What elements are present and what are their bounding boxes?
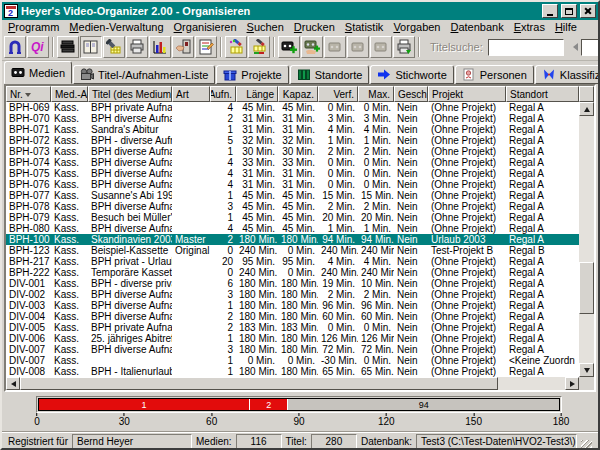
table-row-bph-079[interactable]: BPH-079Kass.Besuch bei Müller's 1997145 … (6, 212, 579, 223)
menu-datenbank[interactable]: Datenbank (445, 21, 508, 33)
edit-medium-button[interactable] (225, 36, 247, 58)
search-button[interactable] (103, 36, 125, 58)
column-header-verf[interactable]: Verf. (318, 86, 358, 102)
exit-program-button[interactable] (4, 36, 26, 58)
table-row-bph-123[interactable]: BPH-123Kass.Beispiel-KassetteOriginal024… (6, 245, 579, 256)
cell-aufn: 3 (210, 289, 236, 300)
column-header-art[interactable]: Art (172, 86, 210, 102)
tab-standorte[interactable]: Standorte (290, 65, 370, 84)
vertical-scrollbar[interactable] (579, 102, 594, 377)
table-row-bph-080[interactable]: BPH-080Kass.BPH diverse Aufnahme...445 M… (6, 223, 579, 234)
column-header-titel-des-mediums[interactable]: Titel (des Mediums) (88, 86, 172, 102)
menu-extras[interactable]: Extras (509, 21, 550, 33)
table-row-div-007[interactable]: DIV-007Kass.10 Min.0 Min.-30 Min.0 Min.N… (6, 355, 579, 366)
horizontal-scrollbar[interactable] (6, 377, 579, 390)
cell-nr: BPH-123 (6, 245, 51, 256)
toolbar-separator (273, 37, 275, 57)
organize-button[interactable] (80, 36, 102, 58)
cell-länge: 180 Min. (236, 278, 278, 289)
cell-länge: 33 Min. (236, 157, 278, 168)
minimize-icon (547, 14, 553, 16)
capacity-widget: 1294 0306090120150180 (36, 396, 562, 428)
table-row-bph-222[interactable]: BPH-222Kass.Temporäre Kassette - ...0240… (6, 267, 579, 278)
horizontal-scroll-thumb[interactable] (20, 377, 498, 390)
tab-titel-aufnahmen-liste[interactable]: Titel-/Aufnahmen-Liste (73, 65, 215, 84)
table-row-div-006[interactable]: DIV-006Kass.25. jähriges Abitreffen i...… (6, 333, 579, 344)
scroll-up-button[interactable] (579, 102, 594, 116)
table-row-div-002[interactable]: DIV-002Kass.BPH diverse Aufnahme...3180 … (6, 289, 579, 300)
titelsuche-input[interactable] (488, 39, 564, 56)
column-header-nr[interactable]: Nr. (6, 86, 51, 102)
title-bar[interactable]: 2 Heyer's Video-Organizer 2.00 - Organis… (2, 2, 598, 20)
tab-projekte[interactable]: Projekte (216, 65, 288, 84)
table-row-bph-077[interactable]: BPH-077Kass.Susanne's Abi 1996145 Min.45… (6, 190, 579, 201)
cell-gesch: Nein (394, 289, 428, 300)
resize-grip[interactable] (581, 440, 592, 450)
table-row-bph-074[interactable]: BPH-074Kass.BPH diverse Aufnahme...433 M… (6, 157, 579, 168)
menu-suchen[interactable]: Suchen (242, 21, 289, 33)
spinner-left-icon[interactable] (573, 43, 578, 51)
column-header-aufn[interactable]: Aufn. (210, 86, 236, 102)
cell-titel-des-mediums: BPH - diverse private A... (88, 278, 172, 289)
table-row-div-005[interactable]: DIV-005Kass.BPH private Aufnahme...2183 … (6, 322, 579, 333)
tab-stichworte[interactable]: Stichworte (370, 65, 453, 84)
cell-aufn: 6 (210, 278, 236, 289)
quick-info-button[interactable]: Qi (27, 36, 49, 58)
column-header-gesch[interactable]: Gesch... (394, 86, 428, 102)
scroll-left-button[interactable] (6, 377, 20, 390)
table-row-div-004[interactable]: DIV-004Kass.BPH diverse Aufnahme...2180 … (6, 311, 579, 322)
vertical-scroll-thumb[interactable] (579, 262, 594, 314)
column-header-med-art[interactable]: Med.-Art (51, 86, 88, 102)
scroll-down-button[interactable] (579, 363, 594, 377)
cell-max: 10 Min. (358, 278, 394, 289)
spinner-input[interactable] (581, 39, 600, 56)
table-row-bph-078[interactable]: BPH-078Kass.BPH diverse Aufnahme...345 M… (6, 201, 579, 212)
new-medium-button[interactable] (278, 36, 300, 58)
menu-statistik[interactable]: Statistik (340, 21, 389, 33)
table-row-bph-069[interactable]: BPH-069Kass.BPH private Aufnahme...445 M… (6, 102, 579, 113)
table-row-bph-070[interactable]: BPH-070Kass.BPH diverse Aufnahme...231 M… (6, 113, 579, 124)
table-row-bph-073[interactable]: BPH-073Kass.BPH diverse Aufnahme...130 M… (6, 146, 579, 157)
table-row-div-008[interactable]: DIV-008Kass.BPH - Italienurlaub am ...11… (6, 366, 579, 377)
scroll-right-button[interactable] (565, 377, 579, 390)
cell-aufn: 4 (210, 223, 236, 234)
minimize-button[interactable] (542, 4, 558, 18)
defaults-button[interactable] (172, 36, 194, 58)
maximize-button[interactable] (561, 4, 577, 18)
cell-standort: Regal A (506, 146, 579, 157)
menu-programm[interactable]: Programm (3, 21, 64, 33)
table-row-bph-072[interactable]: BPH-072Kass.BPH - diverse Aufnahm...532 … (6, 135, 579, 146)
column-header-projekt[interactable]: Projekt (428, 86, 506, 102)
print-list-button[interactable] (393, 36, 415, 58)
table-row-bph-075[interactable]: BPH-075Kass.BPH diverse Aufnahme...431 M… (6, 168, 579, 179)
print-button[interactable] (126, 36, 148, 58)
tab-personen[interactable]: Personen (455, 65, 534, 84)
menu-medien-verwaltung[interactable]: Medien-Verwaltung (64, 21, 168, 33)
menu-hilfe[interactable]: Hilfe (550, 21, 582, 33)
menu-organisieren[interactable]: Organisieren (169, 21, 242, 33)
menu-vorgaben[interactable]: Vorgaben (388, 21, 445, 33)
edit-medium-alt-button[interactable] (248, 36, 270, 58)
close-button[interactable] (580, 4, 596, 18)
column-header-kapaz[interactable]: Kapaz. (278, 86, 318, 102)
edit-defaults-button[interactable] (195, 36, 217, 58)
media-management-button[interactable] (57, 36, 79, 58)
cell-länge: 31 Min. (236, 179, 278, 190)
tab-klassifizierungen[interactable]: Klassifizierungen (535, 65, 600, 84)
table-row-div-003[interactable]: DIV-003Kass.BPH diverse Aufnahmen1180 Mi… (6, 300, 579, 311)
table-row-bph-071[interactable]: BPH-071Kass.Sandra's Abitur131 Min.31 Mi… (6, 124, 579, 135)
cell-nr: BPH-070 (6, 113, 51, 124)
tab-medien[interactable]: Medien (4, 61, 72, 84)
column-header-länge[interactable]: Länge (236, 86, 278, 102)
table-row-bph-076[interactable]: BPH-076Kass.BPH diverse Aufnahme...431 M… (6, 179, 579, 190)
table-row-div-001[interactable]: DIV-001Kass.BPH - diverse private A...61… (6, 278, 579, 289)
statistics-button[interactable] (149, 36, 171, 58)
new-title-button[interactable] (301, 36, 323, 58)
column-header-max[interactable]: Max. (358, 86, 394, 102)
cell-gesch: Nein (394, 190, 428, 201)
table-row-div-007[interactable]: DIV-007Kass.BPH diverse Aufnahme...3180 … (6, 344, 579, 355)
table-row-bph-100[interactable]: BPH-100Kass.Skandinavien 2003Master2180 … (6, 234, 579, 245)
table-row-bph-217[interactable]: BPH-217Kass.BPH privat - Urlaub Kro...20… (6, 256, 579, 267)
menu-drucken[interactable]: Drucken (289, 21, 340, 33)
column-header-standort[interactable]: Standort (506, 86, 579, 102)
